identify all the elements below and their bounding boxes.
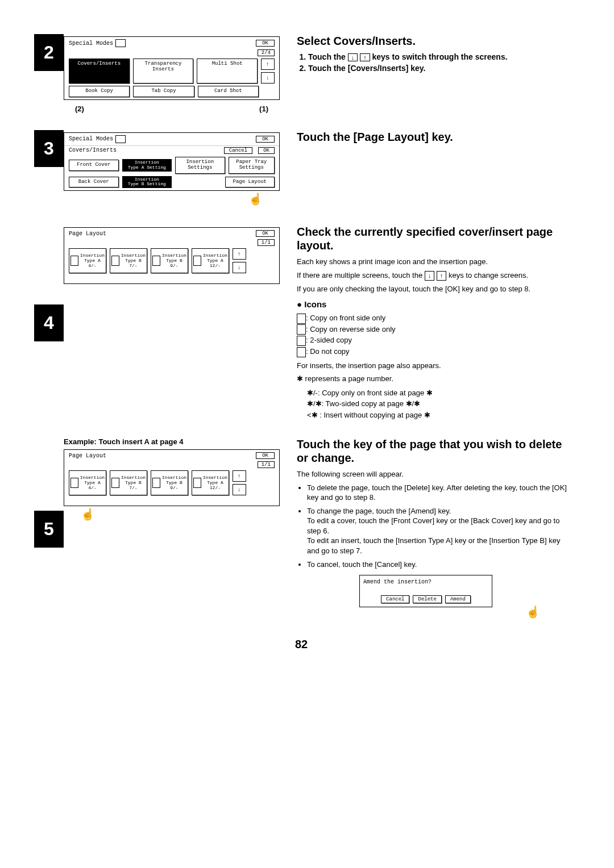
page-indicator: 2/4 bbox=[258, 49, 275, 56]
up-arrow-button[interactable]: ↑ bbox=[233, 248, 246, 260]
front-only-icon bbox=[297, 314, 306, 324]
insertion-settings-button[interactable]: Insertion Settings bbox=[175, 157, 225, 174]
page-icon bbox=[111, 256, 119, 266]
ok-button[interactable]: OK bbox=[256, 136, 275, 143]
insert-item[interactable]: InsertionType B7/- bbox=[110, 248, 147, 273]
sub-title: Covers/Inserts bbox=[69, 147, 117, 153]
pattern-1: ✱/-: Copy only on front side at page ✱ bbox=[307, 387, 569, 399]
page-layout-button[interactable]: Page Layout bbox=[225, 177, 275, 188]
down-key-icon: ↓ bbox=[348, 53, 358, 61]
insertion-type-a-button[interactable]: Insertion Type A Setting bbox=[122, 159, 172, 172]
covers-inserts-screen: Special Modes OK Covers/Inserts Cancel O… bbox=[64, 132, 280, 191]
example-caption: Example: Touch insert A at page 4 bbox=[64, 437, 280, 446]
insertion-type-b-button[interactable]: Insertion Type B Setting bbox=[122, 176, 172, 189]
ok-button[interactable]: OK bbox=[256, 452, 275, 459]
step-2: 2 Special Modes OK 2/4 Covers/Inserts Tr… bbox=[34, 34, 569, 113]
page-icon bbox=[152, 478, 160, 488]
page-icon bbox=[193, 478, 201, 488]
insert-item[interactable]: InsertionType A4/- bbox=[69, 470, 106, 495]
tray-icon bbox=[115, 39, 126, 47]
down-arrow-button[interactable]: ↓ bbox=[233, 262, 246, 273]
icon-desc: : Copy on reverse side only bbox=[297, 324, 569, 335]
hand-pointer-icon: ☝ bbox=[81, 507, 95, 521]
book-copy-button[interactable]: Book Copy bbox=[69, 86, 130, 97]
screen-title: Special Modes bbox=[69, 136, 113, 142]
icons-heading: Icons bbox=[297, 299, 569, 309]
step2-heading: Select Covers/Inserts. bbox=[297, 34, 569, 48]
dialog-question: Amend the insertion? bbox=[363, 579, 488, 585]
step2-instr-1: Touch the ↓ ↑ keys to switch through the… bbox=[308, 52, 569, 61]
no-copy-icon bbox=[297, 347, 306, 357]
pattern-2: ✱/✱: Two-sided copy at page ✱/✱ bbox=[307, 398, 569, 410]
icon-desc: : Copy on front side only bbox=[297, 312, 569, 324]
down-key-icon: ↓ bbox=[425, 271, 435, 281]
card-shot-button[interactable]: Card Shot bbox=[198, 86, 259, 97]
bullet-cancel: To cancel, touch the [Cancel] key. bbox=[307, 560, 569, 570]
icon-desc: : 2-sided copy bbox=[297, 335, 569, 346]
pattern-3: <✱ : Insert without copying at page ✱ bbox=[307, 410, 569, 421]
reverse-only-icon bbox=[297, 324, 306, 335]
insert-item[interactable]: InsertionType A12/- bbox=[192, 248, 229, 273]
step4-p1: Each key shows a print image icon and th… bbox=[297, 257, 569, 267]
page-icon bbox=[111, 478, 119, 488]
step4-heading: Check the currently specified cover/inse… bbox=[297, 225, 569, 252]
front-cover-button[interactable]: Front Cover bbox=[69, 160, 119, 171]
down-arrow-button[interactable]: ↓ bbox=[233, 484, 246, 495]
insert-item[interactable]: InsertionType A4/- bbox=[69, 248, 106, 273]
page-layout-screen: Page Layout OK 1/1 InsertionType A4/- In… bbox=[64, 227, 280, 284]
step3-heading: Touch the [Page Layout] key. bbox=[297, 130, 569, 144]
up-arrow-button[interactable]: ↑ bbox=[261, 59, 275, 70]
insert-item[interactable]: InsertionType B9/- bbox=[151, 248, 188, 273]
insert-item[interactable]: InsertionType B7/- bbox=[110, 470, 147, 495]
up-key-icon: ↑ bbox=[360, 53, 370, 61]
page-indicator: 1/1 bbox=[258, 461, 275, 468]
star-icon: ✱ bbox=[297, 374, 303, 383]
caption-1: (1) bbox=[259, 105, 268, 113]
step-number-5: 5 bbox=[34, 511, 64, 548]
tab-copy-button[interactable]: Tab Copy bbox=[133, 86, 194, 97]
screen-title: Page Layout bbox=[69, 231, 106, 237]
step4-p5: ✱ represents a page number. bbox=[297, 374, 569, 384]
paper-tray-button[interactable]: Paper Tray Settings bbox=[229, 157, 275, 174]
down-arrow-button[interactable]: ↓ bbox=[261, 72, 275, 84]
screen-title: Page Layout bbox=[69, 453, 106, 459]
special-modes-screen: Special Modes OK 2/4 Covers/Inserts Tran… bbox=[64, 36, 280, 100]
icon-desc: : Do not copy bbox=[297, 346, 569, 357]
step-3: 3 Special Modes OK Covers/Inserts Cancel… bbox=[34, 130, 569, 208]
page-indicator: 1/1 bbox=[258, 239, 275, 246]
page-icon bbox=[70, 256, 78, 266]
up-arrow-button[interactable]: ↑ bbox=[233, 470, 246, 482]
page-icon bbox=[152, 256, 160, 266]
back-cover-button[interactable]: Back Cover bbox=[69, 177, 119, 188]
step2-instr-2: Touch the [Covers/Inserts] key. bbox=[308, 64, 569, 73]
page-icon bbox=[70, 478, 78, 488]
tray-icon bbox=[115, 135, 126, 143]
ok-button[interactable]: OK bbox=[256, 40, 275, 47]
dialog-cancel-button[interactable]: Cancel bbox=[381, 595, 409, 603]
page-number: 82 bbox=[34, 638, 569, 651]
insert-item[interactable]: InsertionType A12/- bbox=[192, 470, 229, 495]
covers-inserts-button[interactable]: Covers/Inserts bbox=[69, 59, 130, 84]
caption-2: (2) bbox=[75, 105, 84, 113]
step-number-2: 2 bbox=[34, 34, 64, 71]
screen-title: Special Modes bbox=[69, 40, 113, 47]
amend-dialog: Amend the insertion? Cancel Delete Amend bbox=[359, 575, 492, 607]
cancel-button[interactable]: Cancel bbox=[224, 147, 252, 154]
hand-pointer-icon: ☝ bbox=[248, 192, 263, 206]
step-4: 4 Page Layout OK 1/1 InsertionType A4/- … bbox=[34, 225, 569, 420]
insert-item[interactable]: InsertionType B9/- bbox=[151, 470, 188, 495]
dialog-amend-button[interactable]: Amend bbox=[445, 595, 471, 603]
page-layout-screen-2: Page Layout OK 1/1 InsertionType A4/- In… bbox=[64, 449, 280, 506]
bullet-delete: To delete the page, touch the [Delete] k… bbox=[307, 483, 569, 503]
page-icon bbox=[193, 256, 201, 266]
step-number-4: 4 bbox=[34, 304, 64, 341]
transparency-inserts-button[interactable]: Transparency Inserts bbox=[133, 59, 194, 84]
dialog-delete-button[interactable]: Delete bbox=[413, 595, 441, 603]
ok-button[interactable]: OK bbox=[256, 230, 275, 237]
step-5: 5 Example: Touch insert A at page 4 Page… bbox=[34, 437, 569, 621]
two-sided-icon bbox=[297, 336, 306, 346]
sub-ok-button[interactable]: OK bbox=[258, 147, 275, 154]
up-key-icon: ↑ bbox=[437, 271, 447, 281]
multi-shot-button[interactable]: Multi Shot bbox=[197, 59, 258, 84]
step4-p4: For inserts, the insertion page also app… bbox=[297, 361, 569, 371]
